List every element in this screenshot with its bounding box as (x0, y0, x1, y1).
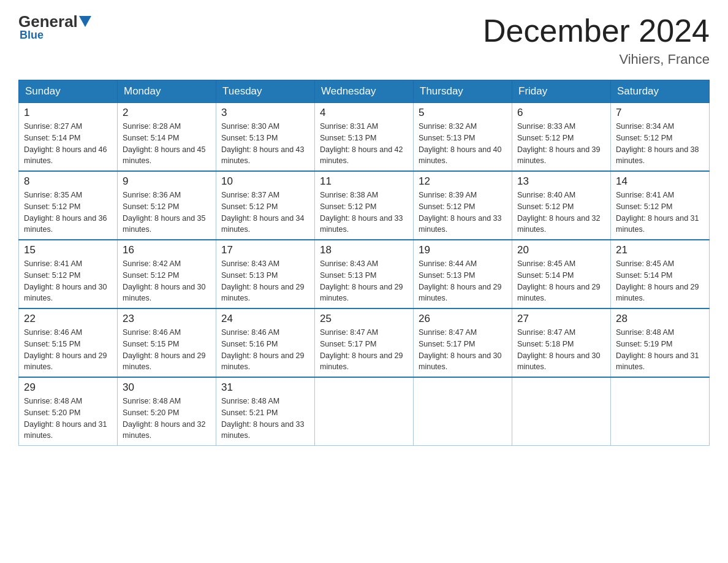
day-number: 7 (616, 107, 704, 119)
day-number: 21 (616, 244, 704, 256)
calendar-header-tuesday: Tuesday (216, 80, 315, 103)
day-number: 24 (221, 313, 309, 325)
calendar-week-row: 22Sunrise: 8:46 AMSunset: 5:15 PMDayligh… (19, 308, 710, 377)
calendar-cell: 3Sunrise: 8:30 AMSunset: 5:13 PMDaylight… (216, 103, 315, 172)
day-info: Sunrise: 8:46 AMSunset: 5:15 PMDaylight:… (24, 327, 112, 373)
calendar-cell: 7Sunrise: 8:34 AMSunset: 5:12 PMDaylight… (611, 103, 710, 172)
day-info: Sunrise: 8:39 AMSunset: 5:12 PMDaylight:… (419, 190, 507, 236)
month-title: December 2024 (483, 12, 710, 49)
day-info: Sunrise: 8:48 AMSunset: 5:20 PMDaylight:… (123, 396, 211, 442)
day-info: Sunrise: 8:46 AMSunset: 5:16 PMDaylight:… (221, 327, 309, 373)
day-info: Sunrise: 8:42 AMSunset: 5:12 PMDaylight:… (123, 258, 211, 304)
calendar-header-sunday: Sunday (19, 80, 118, 103)
day-info: Sunrise: 8:34 AMSunset: 5:12 PMDaylight:… (616, 121, 704, 167)
day-number: 29 (24, 381, 112, 394)
day-number: 25 (320, 313, 408, 325)
day-info: Sunrise: 8:47 AMSunset: 5:17 PMDaylight:… (320, 327, 408, 373)
day-number: 8 (24, 175, 112, 188)
day-info: Sunrise: 8:37 AMSunset: 5:12 PMDaylight:… (221, 190, 309, 236)
calendar-cell: 31Sunrise: 8:48 AMSunset: 5:21 PMDayligh… (216, 377, 315, 446)
calendar-cell: 22Sunrise: 8:46 AMSunset: 5:15 PMDayligh… (19, 308, 118, 377)
calendar-cell: 8Sunrise: 8:35 AMSunset: 5:12 PMDaylight… (19, 171, 118, 240)
day-number: 14 (616, 175, 704, 188)
calendar-week-row: 8Sunrise: 8:35 AMSunset: 5:12 PMDaylight… (19, 171, 710, 240)
day-info: Sunrise: 8:30 AMSunset: 5:13 PMDaylight:… (221, 121, 309, 167)
day-number: 2 (123, 107, 211, 119)
day-number: 1 (24, 107, 112, 119)
location-title: Vihiers, France (483, 52, 710, 67)
logo: General Blue (18, 12, 91, 42)
calendar-cell: 6Sunrise: 8:33 AMSunset: 5:12 PMDaylight… (512, 103, 611, 172)
day-info: Sunrise: 8:45 AMSunset: 5:14 PMDaylight:… (616, 258, 704, 304)
calendar-week-row: 15Sunrise: 8:41 AMSunset: 5:12 PMDayligh… (19, 240, 710, 308)
calendar-cell: 15Sunrise: 8:41 AMSunset: 5:12 PMDayligh… (19, 240, 118, 308)
calendar-cell: 2Sunrise: 8:28 AMSunset: 5:14 PMDaylight… (118, 103, 216, 172)
calendar-cell: 28Sunrise: 8:48 AMSunset: 5:19 PMDayligh… (611, 308, 710, 377)
calendar-cell: 17Sunrise: 8:43 AMSunset: 5:13 PMDayligh… (216, 240, 315, 308)
day-info: Sunrise: 8:44 AMSunset: 5:13 PMDaylight:… (419, 258, 507, 304)
day-number: 27 (517, 313, 605, 325)
day-number: 30 (123, 381, 211, 394)
day-number: 26 (419, 313, 507, 325)
day-number: 3 (221, 107, 309, 119)
calendar-week-row: 1Sunrise: 8:27 AMSunset: 5:14 PMDaylight… (19, 103, 710, 172)
day-number: 15 (24, 244, 112, 256)
day-number: 6 (517, 107, 605, 119)
calendar-header-row: SundayMondayTuesdayWednesdayThursdayFrid… (19, 80, 710, 103)
calendar-cell: 24Sunrise: 8:46 AMSunset: 5:16 PMDayligh… (216, 308, 315, 377)
calendar-cell: 29Sunrise: 8:48 AMSunset: 5:20 PMDayligh… (19, 377, 118, 446)
day-number: 28 (616, 313, 704, 325)
calendar-cell (611, 377, 710, 446)
calendar-header-thursday: Thursday (414, 80, 512, 103)
calendar-cell: 4Sunrise: 8:31 AMSunset: 5:13 PMDaylight… (315, 103, 414, 172)
calendar-cell: 11Sunrise: 8:38 AMSunset: 5:12 PMDayligh… (315, 171, 414, 240)
calendar-cell: 12Sunrise: 8:39 AMSunset: 5:12 PMDayligh… (414, 171, 512, 240)
calendar-cell: 14Sunrise: 8:41 AMSunset: 5:12 PMDayligh… (611, 171, 710, 240)
day-info: Sunrise: 8:31 AMSunset: 5:13 PMDaylight:… (320, 121, 408, 167)
day-number: 17 (221, 244, 309, 256)
calendar-cell: 25Sunrise: 8:47 AMSunset: 5:17 PMDayligh… (315, 308, 414, 377)
calendar-header-wednesday: Wednesday (315, 80, 414, 103)
logo-triangle-icon (79, 16, 91, 27)
title-area: December 2024 Vihiers, France (483, 12, 710, 67)
day-info: Sunrise: 8:28 AMSunset: 5:14 PMDaylight:… (123, 121, 211, 167)
calendar-table: SundayMondayTuesdayWednesdayThursdayFrid… (18, 80, 710, 446)
calendar-cell: 23Sunrise: 8:46 AMSunset: 5:15 PMDayligh… (118, 308, 216, 377)
calendar-cell (414, 377, 512, 446)
calendar-cell: 1Sunrise: 8:27 AMSunset: 5:14 PMDaylight… (19, 103, 118, 172)
day-info: Sunrise: 8:43 AMSunset: 5:13 PMDaylight:… (221, 258, 309, 304)
day-info: Sunrise: 8:27 AMSunset: 5:14 PMDaylight:… (24, 121, 112, 167)
day-info: Sunrise: 8:48 AMSunset: 5:20 PMDaylight:… (24, 396, 112, 442)
calendar-cell: 16Sunrise: 8:42 AMSunset: 5:12 PMDayligh… (118, 240, 216, 308)
day-number: 12 (419, 175, 507, 188)
day-number: 9 (123, 175, 211, 188)
day-number: 10 (221, 175, 309, 188)
calendar-cell: 10Sunrise: 8:37 AMSunset: 5:12 PMDayligh… (216, 171, 315, 240)
day-info: Sunrise: 8:48 AMSunset: 5:21 PMDaylight:… (221, 396, 309, 442)
calendar-header-monday: Monday (118, 80, 216, 103)
calendar-cell (512, 377, 611, 446)
calendar-cell: 18Sunrise: 8:43 AMSunset: 5:13 PMDayligh… (315, 240, 414, 308)
day-info: Sunrise: 8:41 AMSunset: 5:12 PMDaylight:… (616, 190, 704, 236)
day-number: 5 (419, 107, 507, 119)
day-info: Sunrise: 8:33 AMSunset: 5:12 PMDaylight:… (517, 121, 605, 167)
calendar-cell: 9Sunrise: 8:36 AMSunset: 5:12 PMDaylight… (118, 171, 216, 240)
day-number: 13 (517, 175, 605, 188)
day-info: Sunrise: 8:48 AMSunset: 5:19 PMDaylight:… (616, 327, 704, 373)
day-number: 31 (221, 381, 309, 394)
day-number: 22 (24, 313, 112, 325)
day-info: Sunrise: 8:47 AMSunset: 5:17 PMDaylight:… (419, 327, 507, 373)
calendar-header-saturday: Saturday (611, 80, 710, 103)
day-info: Sunrise: 8:45 AMSunset: 5:14 PMDaylight:… (517, 258, 605, 304)
day-number: 18 (320, 244, 408, 256)
calendar-header-friday: Friday (512, 80, 611, 103)
day-info: Sunrise: 8:35 AMSunset: 5:12 PMDaylight:… (24, 190, 112, 236)
page-header: General Blue December 2024 Vihiers, Fran… (18, 12, 710, 67)
day-number: 20 (517, 244, 605, 256)
day-info: Sunrise: 8:40 AMSunset: 5:12 PMDaylight:… (517, 190, 605, 236)
day-number: 19 (419, 244, 507, 256)
day-info: Sunrise: 8:47 AMSunset: 5:18 PMDaylight:… (517, 327, 605, 373)
day-info: Sunrise: 8:46 AMSunset: 5:15 PMDaylight:… (123, 327, 211, 373)
calendar-cell: 19Sunrise: 8:44 AMSunset: 5:13 PMDayligh… (414, 240, 512, 308)
day-info: Sunrise: 8:38 AMSunset: 5:12 PMDaylight:… (320, 190, 408, 236)
